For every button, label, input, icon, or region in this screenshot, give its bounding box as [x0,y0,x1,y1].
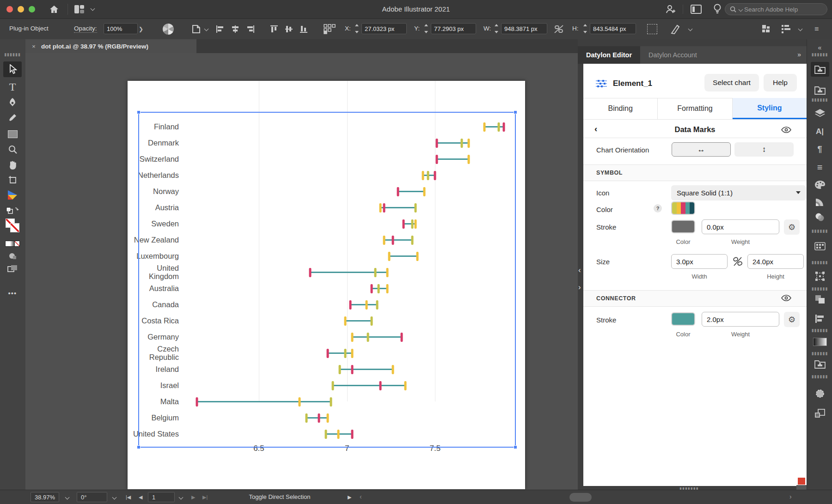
y-stepper[interactable] [423,24,428,33]
panel-expand-right-icon[interactable]: › [578,283,581,292]
stroke-panel-icon[interactable]: ≡ [807,160,832,175]
libraries-panel-icon[interactable] [811,62,829,77]
properties-grid-icon[interactable] [762,24,771,34]
tab-styling[interactable]: Styling [733,98,807,119]
magic-wand-panel-icon[interactable] [807,386,832,401]
type-tool[interactable]: T [3,79,22,95]
tab-formatting[interactable]: Formatting [658,98,732,119]
scroll-right-icon[interactable]: › [789,493,792,500]
more-tools-icon[interactable]: ••• [3,285,22,301]
paragraph-panel-icon[interactable]: ¶ [807,142,832,157]
align-left-icon[interactable] [216,25,225,33]
x-stepper[interactable] [354,24,359,33]
transparency-panel-icon[interactable] [807,210,832,225]
align-center-icon[interactable] [231,25,239,33]
artboards-panel-icon[interactable] [807,406,832,421]
y-input[interactable]: 77.2903 px [431,23,476,34]
document-setup-chevron-icon[interactable] [204,27,209,31]
opacity-expand-icon[interactable]: ❯ [139,26,143,32]
eyedropper-tool[interactable] [3,110,22,126]
opacity-input[interactable]: 100% [104,23,138,34]
selection-handle[interactable] [514,110,517,114]
w-input[interactable]: 948.3871 px [501,23,547,34]
x-input[interactable]: 27.0323 px [361,23,407,34]
shaper-chevron-icon[interactable] [688,27,693,31]
selection-handle[interactable] [514,445,517,449]
help-button[interactable]: Help [764,74,797,91]
discover-lightbulb-icon[interactable] [712,3,722,15]
artboard-chevron-icon[interactable] [179,495,184,500]
icon-select[interactable]: Square Solid (1:1) [671,185,806,200]
align-right-icon[interactable] [246,25,254,33]
pathfinder-panel-icon[interactable] [807,292,832,307]
panel-collapse-icon[interactable]: » [797,51,801,58]
hand-tool[interactable] [3,157,22,173]
document-setup-icon[interactable] [191,24,202,34]
tab-datylon-editor[interactable]: Datylon Editor [578,46,640,64]
prev-artboard-icon[interactable]: ◀ [139,494,142,500]
character-panel-icon[interactable]: A| [807,124,832,139]
panel-expand-left-icon[interactable]: ‹ [578,266,581,275]
stroke-color-swatch[interactable] [671,220,695,233]
fill-stroke-indicator[interactable] [3,218,22,233]
panel-list-icon[interactable] [781,24,791,34]
color-guide-panel-icon[interactable] [807,194,832,209]
connector-weight-input[interactable]: 2.0px [702,312,779,327]
distribute-icon[interactable] [324,24,336,34]
unlink-icon[interactable] [732,256,743,267]
connector-gear-icon[interactable]: ⚙ [784,312,800,327]
align-bottom-icon[interactable] [300,25,308,33]
pen-tool[interactable] [3,95,22,110]
close-tab-icon[interactable]: × [32,43,36,50]
constrain-proportions-icon[interactable] [554,24,564,34]
swap-fill-stroke-icon[interactable] [3,203,22,219]
help-search-input[interactable]: Search Adobe Help [725,3,827,15]
color-panel-icon[interactable] [807,177,832,192]
selection-handle[interactable] [137,445,141,449]
zoom-level-field[interactable]: 38.97% [31,492,59,502]
rectangle-tool[interactable] [3,126,22,142]
transform-icon[interactable] [647,24,657,34]
share-user-icon[interactable] [665,4,676,15]
size-width-input[interactable]: 3.0px [671,254,728,269]
orientation-vertical-button[interactable]: ↕ [734,142,794,157]
rotation-field[interactable]: 0° [77,492,107,502]
selection-bounding-box[interactable] [138,112,516,448]
select-chart-button[interactable]: Select chart [704,74,759,91]
selection-handle[interactable] [137,110,141,114]
status-play-icon[interactable]: ▶ [348,494,351,500]
arrange-documents-icon[interactable] [691,5,702,14]
visibility-eye-icon[interactable] [781,127,791,133]
artboard[interactable]: FinlandDenmarkSwitzerlandNetherlandsNorw… [128,81,525,489]
h-stepper[interactable] [582,24,587,33]
status-back-chevron-icon[interactable]: ‹ [360,493,362,500]
document-tab[interactable]: × dot plot.ai @ 38.97 % (RGB/Preview) [25,39,196,53]
recolor-artwork-icon[interactable] [163,24,174,35]
selection-tool[interactable] [3,61,22,77]
size-height-input[interactable]: 24.0px [747,254,804,269]
opacity-label[interactable]: Opacity: [74,25,97,33]
layers-panel-icon[interactable] [807,106,832,121]
color-help-badge[interactable]: ? [654,204,662,213]
artboard-number-field[interactable]: 1 [148,492,175,502]
color-palette-swatch[interactable] [671,201,695,215]
screen-mode-icon[interactable] [3,261,22,277]
zoom-tool[interactable] [3,141,22,157]
stroke-weight-input[interactable]: 0.0px [702,219,779,234]
tab-datylon-account[interactable]: Datylon Account [640,46,705,64]
h-input[interactable]: 843.5484 px [590,23,636,34]
menu-lines-icon[interactable]: ≡ [814,25,819,33]
stroke-settings-gear-icon[interactable]: ⚙ [784,219,800,235]
panel-list-chevron-icon[interactable] [798,27,803,31]
connector-eye-icon[interactable] [781,295,791,301]
tab-binding[interactable]: Binding [583,98,658,119]
shaper-tool-icon[interactable] [670,24,682,35]
align-top-icon[interactable] [270,25,279,33]
first-artboard-icon[interactable]: |◀ [126,494,131,500]
zoom-chevron-icon[interactable] [65,495,70,500]
datylon-tool[interactable] [3,187,22,203]
swatches-panel-icon[interactable] [807,239,832,254]
orientation-horizontal-button[interactable]: ↔ [672,142,731,157]
align-middle-icon[interactable] [285,25,294,33]
canvas-area[interactable]: FinlandDenmarkSwitzerlandNetherlandsNorw… [25,53,578,490]
